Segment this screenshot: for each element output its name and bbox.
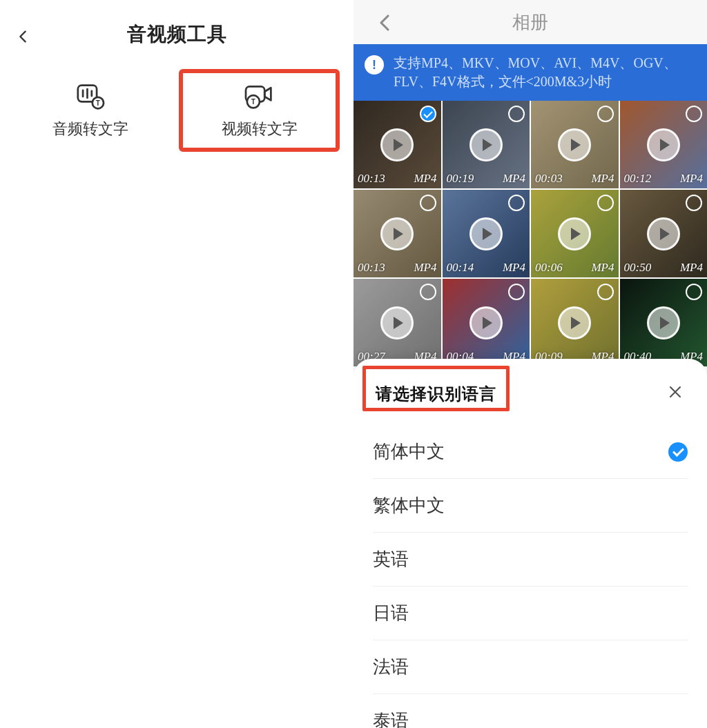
- close-button[interactable]: [663, 380, 688, 404]
- video-thumb[interactable]: 00:27MP4: [354, 279, 441, 366]
- language-list: 简体中文繁体中文英语日语法语泰语: [354, 421, 707, 728]
- duration-label: 00:14: [447, 261, 474, 275]
- select-toggle[interactable]: [508, 106, 525, 122]
- play-icon: [558, 217, 591, 250]
- video-thumb[interactable]: 00:40MP4: [620, 279, 708, 366]
- close-icon: [667, 384, 684, 400]
- audio-icon: T: [73, 81, 108, 112]
- format-label: MP4: [591, 261, 614, 275]
- language-label: 法语: [373, 655, 409, 679]
- page-title: 音视频工具: [127, 21, 227, 48]
- header: 相册: [354, 0, 707, 44]
- play-icon: [469, 128, 503, 161]
- language-option[interactable]: 英语: [373, 533, 688, 587]
- play-icon: [558, 306, 591, 340]
- back-button[interactable]: [374, 12, 395, 33]
- tool-label: 音频转文字: [52, 119, 128, 139]
- select-toggle[interactable]: [686, 195, 702, 211]
- sheet-title: 请选择识别语言: [376, 383, 496, 405]
- video-thumb[interactable]: 00:13MP4: [354, 101, 441, 188]
- video-thumb[interactable]: 00:13MP4: [354, 190, 441, 277]
- play-icon: [647, 128, 680, 161]
- play-icon: [647, 306, 680, 340]
- info-icon: !: [365, 55, 384, 75]
- back-button[interactable]: [12, 26, 33, 47]
- video-thumb[interactable]: 00:09MP4: [531, 279, 619, 366]
- album-screen: 相册 ! 支持MP4、MKV、MOV、AVI、M4V、OGV、FLV、F4V格式…: [354, 0, 707, 728]
- format-label: MP4: [414, 172, 436, 186]
- chevron-left-icon: [15, 26, 30, 47]
- svg-text:T: T: [251, 98, 255, 106]
- video-thumb[interactable]: 00:12MP4: [620, 101, 708, 188]
- language-option[interactable]: 简体中文: [373, 425, 688, 479]
- select-toggle[interactable]: [420, 284, 436, 300]
- language-option[interactable]: 泰语: [373, 694, 688, 728]
- select-toggle[interactable]: [686, 106, 702, 122]
- format-label: MP4: [414, 261, 436, 275]
- banner-text: 支持MP4、MKV、MOV、AVI、M4V、OGV、FLV、F4V格式，文件<2…: [394, 54, 696, 91]
- video-thumb[interactable]: 00:03MP4: [531, 101, 619, 188]
- select-toggle[interactable]: [597, 195, 614, 211]
- page-title: 相册: [512, 10, 548, 35]
- format-label: MP4: [680, 261, 703, 275]
- select-toggle[interactable]: [597, 284, 614, 300]
- select-toggle[interactable]: [420, 195, 436, 211]
- svg-text:T: T: [95, 99, 99, 107]
- play-icon: [469, 306, 503, 340]
- play-icon: [647, 217, 680, 250]
- duration-label: 00:06: [535, 261, 563, 275]
- video-thumb[interactable]: 00:04MP4: [443, 279, 530, 366]
- language-label: 繁体中文: [373, 493, 445, 518]
- language-label: 泰语: [373, 709, 409, 728]
- video-thumb[interactable]: 00:19MP4: [443, 101, 530, 188]
- language-label: 英语: [373, 547, 409, 571]
- format-label: MP4: [591, 172, 614, 186]
- highlight-box: 请选择识别语言: [362, 366, 510, 411]
- chevron-left-icon: [374, 12, 395, 33]
- language-option[interactable]: 法语: [373, 640, 688, 694]
- language-option[interactable]: 繁体中文: [373, 479, 688, 533]
- language-label: 简体中文: [373, 440, 445, 464]
- play-icon: [380, 217, 414, 250]
- header: 音视频工具: [0, 0, 354, 69]
- language-label: 日语: [373, 601, 409, 625]
- duration-label: 00:13: [358, 261, 385, 275]
- video-icon: T: [242, 81, 277, 112]
- info-banner: ! 支持MP4、MKV、MOV、AVI、M4V、OGV、FLV、F4V格式，文件…: [354, 44, 707, 101]
- play-icon: [558, 128, 591, 161]
- duration-label: 00:03: [535, 172, 563, 186]
- format-label: MP4: [680, 172, 703, 186]
- language-option[interactable]: 日语: [373, 587, 688, 640]
- duration-label: 00:50: [624, 261, 652, 275]
- format-label: MP4: [503, 172, 525, 186]
- select-toggle[interactable]: [686, 284, 702, 300]
- select-toggle[interactable]: [597, 106, 614, 122]
- format-label: MP4: [503, 261, 525, 275]
- select-toggle[interactable]: [508, 284, 525, 300]
- video-thumb[interactable]: 00:50MP4: [620, 190, 708, 277]
- tool-video-to-text[interactable]: T 视频转文字: [179, 69, 340, 152]
- video-grid: 00:13MP400:19MP400:03MP400:12MP400:13MP4…: [354, 101, 707, 366]
- play-icon: [469, 217, 503, 250]
- video-thumb[interactable]: 00:06MP4: [531, 190, 619, 277]
- duration-label: 00:19: [447, 172, 474, 186]
- tools-screen: 音视频工具 T 音频转文字: [0, 0, 354, 728]
- tool-audio-to-text[interactable]: T 音频转文字: [14, 69, 166, 152]
- tool-label: 视频转文字: [222, 119, 298, 139]
- play-icon: [380, 306, 414, 340]
- duration-label: 00:13: [358, 172, 385, 186]
- check-icon: [668, 442, 688, 462]
- video-thumb[interactable]: 00:14MP4: [443, 190, 530, 277]
- play-icon: [380, 128, 414, 161]
- select-toggle[interactable]: [420, 106, 436, 122]
- language-sheet: 请选择识别语言 简体中文繁体中文英语日语法语泰语: [354, 359, 707, 728]
- duration-label: 00:12: [624, 172, 652, 186]
- select-toggle[interactable]: [508, 195, 525, 211]
